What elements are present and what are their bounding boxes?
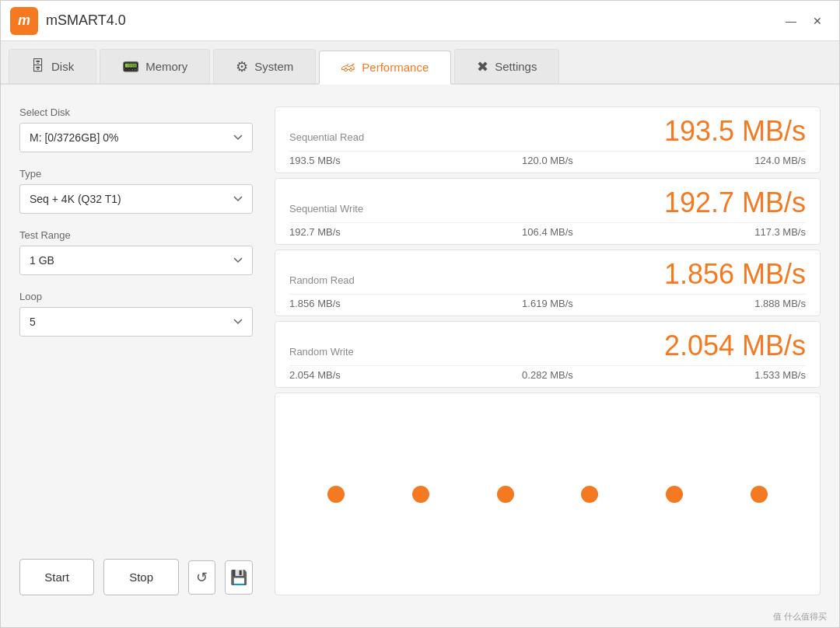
- progress-dots-card: [275, 392, 821, 595]
- rand-write-sub2: 0.282 MB/s: [522, 369, 573, 381]
- rand-read-label: Random Read: [289, 274, 355, 286]
- action-buttons: Start Stop ↺ 💾: [19, 543, 253, 595]
- loop-label: Loop: [19, 291, 253, 302]
- disk-icon: 🗄: [31, 58, 45, 75]
- minimize-button[interactable]: —: [779, 10, 803, 32]
- rand-read-sub2: 1.619 MB/s: [522, 298, 573, 309]
- tab-performance-label: Performance: [362, 61, 429, 74]
- app-logo: m: [10, 7, 38, 35]
- test-range-label: Test Range: [19, 229, 253, 241]
- dot-4: [581, 486, 598, 503]
- tab-settings-label: Settings: [495, 60, 537, 73]
- start-button[interactable]: Start: [19, 559, 94, 595]
- seq-write-header: Sequential Write 192.7 MB/s: [289, 187, 806, 219]
- rand-read-sub1: 1.856 MB/s: [289, 298, 341, 309]
- seq-write-sub3: 117.3 MB/s: [754, 226, 806, 238]
- rand-write-value: 2.054 MB/s: [664, 330, 806, 362]
- performance-icon: 🏎: [341, 59, 355, 75]
- test-range-dropdown[interactable]: 1 GB: [19, 246, 253, 275]
- logo-text: m: [18, 12, 30, 29]
- select-disk-label: Select Disk: [19, 106, 253, 118]
- dot-2: [412, 486, 429, 503]
- seq-read-label: Sequential Read: [289, 131, 364, 143]
- loop-dropdown[interactable]: 5: [19, 307, 253, 337]
- seq-read-value: 193.5 MB/s: [664, 115, 806, 148]
- footer-text: 值 什么值得买: [773, 612, 827, 621]
- tabbar: 🗄 Disk 📟 Memory ⚙ System 🏎 Performance ✖…: [1, 41, 839, 85]
- type-dropdown[interactable]: Seq + 4K (Q32 T1): [19, 184, 253, 214]
- dot-1: [327, 486, 345, 503]
- seq-read-subs: 193.5 MB/s 120.0 MB/s 124.0 MB/s: [289, 151, 806, 166]
- seq-write-sub1: 192.7 MB/s: [289, 226, 341, 238]
- seq-read-sub3: 124.0 MB/s: [754, 155, 806, 166]
- select-disk-group: Select Disk M: [0/3726GB] 0%: [19, 106, 253, 152]
- stop-button[interactable]: Stop: [103, 559, 178, 595]
- tab-disk-label: Disk: [51, 60, 74, 73]
- rand-write-sub3: 1.533 MB/s: [754, 369, 806, 381]
- seq-write-sub2: 106.4 MB/s: [522, 226, 573, 238]
- test-range-group: Test Range 1 GB: [19, 229, 253, 275]
- type-group: Type Seq + 4K (Q32 T1): [19, 168, 253, 214]
- select-disk-dropdown[interactable]: M: [0/3726GB] 0%: [19, 123, 253, 152]
- tab-system[interactable]: ⚙ System: [213, 49, 316, 83]
- save-button[interactable]: 💾: [225, 560, 253, 595]
- rand-read-value: 1.856 MB/s: [664, 258, 806, 291]
- seq-read-card: Sequential Read 193.5 MB/s 193.5 MB/s 12…: [275, 106, 821, 173]
- type-label: Type: [19, 168, 253, 180]
- seq-read-sub1: 193.5 MB/s: [289, 155, 341, 166]
- rand-write-sub1: 2.054 MB/s: [289, 369, 341, 381]
- settings-icon: ✖: [477, 58, 488, 75]
- seq-read-sub2: 120.0 MB/s: [522, 155, 573, 166]
- reset-icon: ↺: [196, 569, 208, 586]
- dot-5: [666, 486, 683, 503]
- rand-write-subs: 2.054 MB/s 0.282 MB/s 1.533 MB/s: [289, 365, 806, 381]
- dot-6: [751, 486, 768, 503]
- rand-write-card: Random Write 2.054 MB/s 2.054 MB/s 0.282…: [275, 321, 821, 388]
- main-content: Select Disk M: [0/3726GB] 0% Type Seq + …: [1, 85, 839, 608]
- rand-write-label: Random Write: [289, 346, 354, 358]
- save-icon: 💾: [230, 569, 247, 586]
- tab-settings[interactable]: ✖ Settings: [454, 49, 559, 83]
- seq-write-label: Sequential Write: [289, 203, 363, 215]
- left-panel: Select Disk M: [0/3726GB] 0% Type Seq + …: [19, 106, 253, 595]
- seq-write-subs: 192.7 MB/s 106.4 MB/s 117.3 MB/s: [289, 222, 806, 238]
- rand-read-sub3: 1.888 MB/s: [754, 298, 806, 309]
- rand-read-header: Random Read 1.856 MB/s: [289, 258, 806, 291]
- right-panel: Sequential Read 193.5 MB/s 193.5 MB/s 12…: [275, 106, 821, 595]
- app-window: m mSMART4.0 — ✕ 🗄 Disk 📟 Memory ⚙ System…: [0, 0, 840, 628]
- seq-read-header: Sequential Read 193.5 MB/s: [289, 115, 806, 148]
- tab-memory-label: Memory: [145, 60, 187, 73]
- tab-disk[interactable]: 🗄 Disk: [9, 49, 96, 83]
- app-title: mSMART4.0: [46, 12, 779, 29]
- tab-system-label: System: [254, 60, 293, 73]
- rand-read-subs: 1.856 MB/s 1.619 MB/s 1.888 MB/s: [289, 294, 806, 309]
- reset-button[interactable]: ↺: [188, 560, 216, 595]
- titlebar: m mSMART4.0 — ✕: [1, 1, 839, 41]
- tab-memory[interactable]: 📟 Memory: [100, 49, 210, 83]
- memory-icon: 📟: [122, 58, 139, 75]
- system-icon: ⚙: [236, 58, 248, 75]
- window-controls: — ✕: [779, 10, 830, 32]
- seq-write-card: Sequential Write 192.7 MB/s 192.7 MB/s 1…: [275, 178, 821, 245]
- close-button[interactable]: ✕: [805, 10, 830, 32]
- dot-3: [497, 486, 514, 503]
- seq-write-value: 192.7 MB/s: [664, 187, 806, 219]
- loop-group: Loop 5: [19, 291, 253, 337]
- rand-write-header: Random Write 2.054 MB/s: [289, 330, 806, 362]
- tab-performance[interactable]: 🏎 Performance: [319, 51, 451, 85]
- rand-read-card: Random Read 1.856 MB/s 1.856 MB/s 1.619 …: [275, 249, 821, 316]
- footer: 值 什么值得买: [1, 608, 839, 627]
